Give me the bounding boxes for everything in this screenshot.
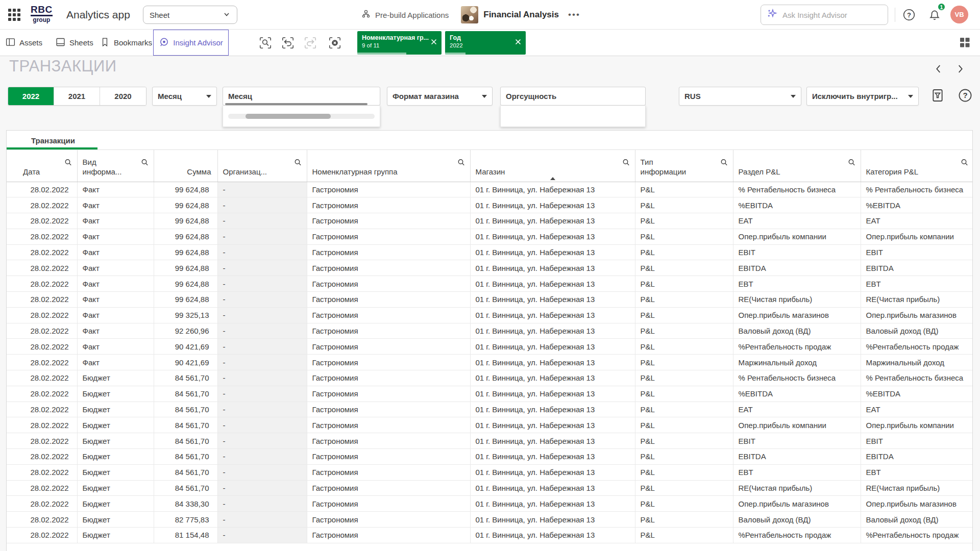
clear-selections-button[interactable] <box>326 34 344 52</box>
table-cell[interactable]: Факт <box>77 244 154 260</box>
table-cell[interactable]: - <box>217 307 307 323</box>
table-cell[interactable]: Гастрономия <box>307 386 470 402</box>
table-cell[interactable]: - <box>217 244 307 260</box>
next-sheet-button[interactable] <box>952 61 968 77</box>
column-header[interactable]: Дата <box>7 150 77 182</box>
table-cell[interactable]: Валовый доход (ВД) <box>861 323 973 339</box>
table-cell[interactable]: RE(Чистая прибыль) <box>861 292 973 308</box>
table-cell[interactable]: 99 624,88 <box>154 260 217 276</box>
app-launcher-icon[interactable] <box>8 9 21 22</box>
table-cell[interactable]: 28.02.2022 <box>7 402 77 417</box>
table-cell[interactable]: Гастрономия <box>307 417 470 433</box>
table-cell[interactable]: EBITDA <box>861 449 973 465</box>
table-cell[interactable]: 28.02.2022 <box>7 355 77 370</box>
table-cell[interactable]: 01 г. Винница, ул. Набережная 13 <box>470 433 635 449</box>
table-cell[interactable]: P&L <box>635 449 733 465</box>
table-cell[interactable]: Опер.прибыль компании <box>861 417 973 433</box>
table-cell[interactable]: Опер.прибыль магазинов <box>861 496 973 512</box>
table-cell[interactable]: %Рентабельность продаж <box>733 528 861 543</box>
table-cell[interactable]: 01 г. Винница, ул. Набережная 13 <box>470 512 635 528</box>
help-button[interactable]: ? <box>902 8 916 23</box>
table-cell[interactable]: Гастрономия <box>307 528 470 543</box>
table-cell[interactable]: 28.02.2022 <box>7 182 77 197</box>
table-cell[interactable]: 01 г. Винница, ул. Набережная 13 <box>470 276 635 292</box>
table-cell[interactable]: EBIT <box>861 244 973 260</box>
prebuild-applications-button[interactable]: Pre-build Applications <box>360 9 449 21</box>
table-cell[interactable]: 84 561,70 <box>154 433 217 449</box>
column-header[interactable]: Тип информации <box>635 150 733 182</box>
table-cell[interactable]: - <box>217 433 307 449</box>
table-cell[interactable]: Опер.прибыль компании <box>733 229 861 244</box>
table-cell[interactable]: P&L <box>635 182 733 197</box>
table-cell[interactable]: 99 624,88 <box>154 244 217 260</box>
table-cell[interactable]: Факт <box>77 323 154 339</box>
table-cell[interactable]: 28.02.2022 <box>7 464 77 480</box>
table-cell[interactable]: Гастрономия <box>307 433 470 449</box>
table-cell[interactable]: P&L <box>635 433 733 449</box>
table-cell[interactable]: 01 г. Винница, ул. Набережная 13 <box>470 339 635 355</box>
table-cell[interactable]: - <box>217 182 307 197</box>
table-cell[interactable]: 84 561,70 <box>154 464 217 480</box>
table-cell[interactable]: - <box>217 528 307 543</box>
table-cell[interactable]: Факт <box>77 355 154 370</box>
table-cell[interactable]: 01 г. Винница, ул. Набережная 13 <box>470 355 635 370</box>
column-header[interactable]: Магазин <box>470 150 635 182</box>
table-cell[interactable]: EAT <box>733 213 861 229</box>
table-cell[interactable]: P&L <box>635 213 733 229</box>
table-cell[interactable]: P&L <box>635 276 733 292</box>
table-cell[interactable]: Опер.прибыль магазинов <box>861 307 973 323</box>
table-cell[interactable]: Маржинальный доход <box>733 355 861 370</box>
table-cell[interactable]: Факт <box>77 213 154 229</box>
table-cell[interactable]: P&L <box>635 417 733 433</box>
column-header[interactable]: Категория P&L <box>861 150 973 182</box>
table-cell[interactable]: Гастрономия <box>307 197 470 213</box>
insight-advisor-search[interactable] <box>761 5 888 25</box>
table-cell[interactable]: Бюджет <box>77 449 154 465</box>
table-cell[interactable]: 28.02.2022 <box>7 339 77 355</box>
table-cell[interactable]: Гастрономия <box>307 292 470 308</box>
table-cell[interactable]: P&L <box>635 480 733 496</box>
table-cell[interactable]: RE(Чистая прибыль) <box>733 292 861 308</box>
table-cell[interactable]: Опер.прибыль магазинов <box>733 307 861 323</box>
table-cell[interactable]: Гастрономия <box>307 182 470 197</box>
table-cell[interactable]: EBIT <box>861 433 973 449</box>
close-icon[interactable] <box>513 37 523 46</box>
horizontal-scrollbar[interactable] <box>228 114 375 119</box>
table-cell[interactable]: 28.02.2022 <box>7 292 77 308</box>
table-cell[interactable]: 84 338,30 <box>154 496 217 512</box>
table-cell[interactable]: Гастрономия <box>307 339 470 355</box>
table-cell[interactable]: 92 260,96 <box>154 323 217 339</box>
table-cell[interactable]: P&L <box>635 355 733 370</box>
table-cell[interactable]: 01 г. Винница, ул. Набережная 13 <box>470 244 635 260</box>
table-cell[interactable]: %EBITDA <box>733 197 861 213</box>
table-cell[interactable]: Опер.прибыль компании <box>861 229 973 244</box>
previous-sheet-button[interactable] <box>931 61 946 77</box>
table-cell[interactable]: 84 561,70 <box>154 386 217 402</box>
table-cell[interactable]: 28.02.2022 <box>7 213 77 229</box>
table-cell[interactable]: 01 г. Винница, ул. Набережная 13 <box>470 449 635 465</box>
table-cell[interactable]: 28.02.2022 <box>7 323 77 339</box>
table-cell[interactable]: Гастрономия <box>307 355 470 370</box>
table-cell[interactable]: - <box>217 417 307 433</box>
table-cell[interactable]: Факт <box>77 197 154 213</box>
table-cell[interactable]: 28.02.2022 <box>7 386 77 402</box>
table-cell[interactable]: 84 561,70 <box>154 417 217 433</box>
user-avatar[interactable]: VB <box>950 6 968 23</box>
table-cell[interactable]: 84 561,70 <box>154 449 217 465</box>
table-cell[interactable]: - <box>217 197 307 213</box>
sheets-button[interactable]: Sheets <box>55 30 93 56</box>
table-cell[interactable]: - <box>217 386 307 402</box>
table-cell[interactable]: 28.02.2022 <box>7 197 77 213</box>
table-cell[interactable]: 28.02.2022 <box>7 433 77 449</box>
table-cell[interactable]: 01 г. Винница, ул. Набережная 13 <box>470 417 635 433</box>
table-cell[interactable]: 01 г. Винница, ул. Набережная 13 <box>470 229 635 244</box>
table-cell[interactable]: P&L <box>635 244 733 260</box>
table-cell[interactable]: 28.02.2022 <box>7 276 77 292</box>
table-cell[interactable]: 01 г. Винница, ул. Набережная 13 <box>470 292 635 308</box>
more-options-button[interactable]: ••• <box>564 10 580 20</box>
table-cell[interactable]: Гастрономия <box>307 229 470 244</box>
table-cell[interactable]: Бюджет <box>77 512 154 528</box>
table-cell[interactable]: P&L <box>635 339 733 355</box>
table-cell[interactable]: 01 г. Винница, ул. Набережная 13 <box>470 386 635 402</box>
table-cell[interactable]: 82 775,83 <box>154 512 217 528</box>
